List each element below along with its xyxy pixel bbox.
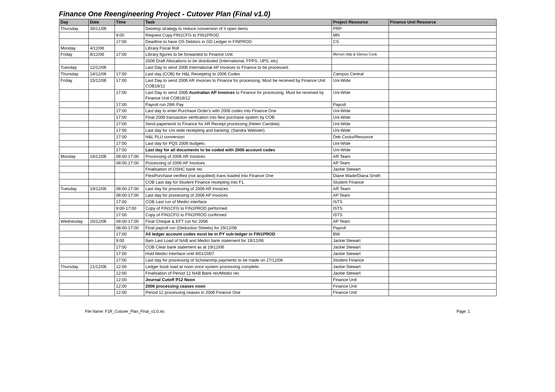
- cell-task: Copy of FIN1CFG to FIN1PROD performed: [144, 205, 331, 212]
- table-row: 17:00Last day to enter Purchase Order's …: [59, 108, 496, 114]
- table-row: 2006 Draft Allocations to be distributed…: [59, 58, 496, 65]
- cell-day: [59, 114, 88, 121]
- cell-res2: [389, 166, 496, 173]
- cell-task: Final 2006 transaction verification into…: [144, 114, 331, 121]
- cell-res1: Jackie Stewart: [331, 166, 389, 173]
- cell-res2: [389, 290, 496, 296]
- cell-res2: [389, 277, 496, 283]
- cell-task: Processing of 2006 AP Invoices: [144, 160, 331, 166]
- cell-task: Last day for processing of Scholarship p…: [144, 257, 331, 264]
- cell-res1: [331, 58, 389, 65]
- cell-day: [59, 108, 88, 114]
- table-row: Tuesday19/12/0608:00-17:00Last day for p…: [59, 186, 496, 192]
- cell-date: [88, 277, 115, 283]
- th-time: Time: [115, 19, 144, 26]
- cell-time: 17:00: [115, 71, 144, 78]
- cell-res1: ISTS: [331, 205, 389, 212]
- cell-res2: [389, 52, 496, 58]
- cell-task: H&L PLU conversion: [144, 134, 331, 141]
- cell-res1: Finance Unit: [331, 290, 389, 296]
- cell-res2: [389, 114, 496, 121]
- table-row: 17:00COB Last run of Medici interfaceIST…: [59, 199, 496, 205]
- table-row: 08:00-17:00Last day for processing of 20…: [59, 192, 496, 199]
- cell-date: 4/12/06: [88, 45, 115, 52]
- cell-day: [59, 277, 88, 283]
- cell-time: 08:00-17:00: [115, 160, 144, 166]
- cell-res1: CS: [331, 38, 389, 45]
- cell-date: [88, 140, 115, 147]
- cell-task: Library figures to be forwarded to Finan…: [144, 52, 331, 58]
- cell-time: [115, 65, 144, 71]
- cell-res1: Uni-Wide: [331, 114, 389, 121]
- cell-day: [59, 290, 88, 296]
- cell-date: [88, 128, 115, 134]
- cell-date: [88, 134, 115, 141]
- cell-date: [88, 89, 115, 101]
- cell-res1: Deb Cocks/Resource: [331, 134, 389, 141]
- cell-res1: Uni-Wide: [331, 140, 389, 147]
- cell-day: [59, 212, 88, 218]
- cell-day: [59, 160, 88, 166]
- cell-task: Last Day to send 2006 Australian AP invo…: [144, 89, 331, 101]
- cell-res2: [389, 25, 496, 32]
- cell-task: Finalisation of Period 12 NAB Bank rec/M…: [144, 270, 331, 277]
- cell-time: 17:00: [115, 231, 144, 238]
- cell-res1: Jackie Stewart: [331, 238, 389, 244]
- table-row: Monday18/12/0608:00-17:00Processing of 2…: [59, 153, 496, 160]
- cell-task: FlexiPurchase verified (not acquitted) t…: [144, 173, 331, 179]
- cell-res2: [389, 71, 496, 78]
- cell-task: Last day (COB) for H&L Receipting to 200…: [144, 71, 331, 78]
- cell-res2: [389, 58, 496, 65]
- cell-task: COB Last day for Student Finance receipt…: [144, 179, 331, 186]
- cell-day: [59, 257, 88, 264]
- cell-res1: PRP: [331, 25, 389, 32]
- cell-task: Final Cheque & EFT run for 2006: [144, 218, 331, 225]
- cell-task: COB Clear bank statement as at 19/12/06: [144, 244, 331, 251]
- cell-day: Friday: [59, 52, 88, 58]
- cell-time: 08:00-17:00: [115, 186, 144, 192]
- cell-res1: Jackie Stewart: [331, 270, 389, 277]
- cell-res2: [389, 257, 496, 264]
- cell-task: 9am Last Load of NAB and Medici bank sta…: [144, 238, 331, 244]
- table-row: 9:00-17:00Copy of FIN1CFG to FIN1PROD pe…: [59, 205, 496, 212]
- cell-res2: [389, 134, 496, 141]
- cell-day: [59, 244, 88, 251]
- th-res2: Finance Unit Resource: [389, 19, 496, 26]
- table-row: Thursday30/11/06Develop strategy to redu…: [59, 25, 496, 32]
- th-day: Day: [59, 19, 88, 26]
- cell-res1: MN: [331, 32, 389, 38]
- cell-task: All ledger account codes must be in PY s…: [144, 231, 331, 238]
- cell-task: Last day for PQS 2006 budgets.: [144, 140, 331, 147]
- cell-day: [59, 101, 88, 108]
- cell-res1: Uni-Wide: [331, 147, 389, 153]
- cell-date: [88, 231, 115, 238]
- cell-res2: [389, 101, 496, 108]
- table-row: COB Last day for Student Finance receipt…: [59, 179, 496, 186]
- th-res1: Project Resource: [331, 19, 389, 26]
- footer-page: Page: 1: [456, 309, 470, 314]
- cell-res2: [389, 192, 496, 199]
- cell-task: Develop strategy to reduce conversion of…: [144, 25, 331, 32]
- cell-res2: [389, 238, 496, 244]
- cell-time: 17:00: [115, 251, 144, 257]
- cell-time: 17:00: [115, 52, 144, 58]
- cell-day: [59, 89, 88, 101]
- cell-res1: ISTS: [331, 212, 389, 218]
- cell-res2: [389, 153, 496, 160]
- cell-date: 20/12/06: [88, 218, 115, 225]
- cell-date: 15/12/06: [88, 78, 115, 90]
- cell-time: 12:00: [115, 277, 144, 283]
- cell-res2: [389, 128, 496, 134]
- cell-res2: [389, 121, 496, 128]
- table-row: 08:00-17:00Processing of 2006 AP Invoice…: [59, 160, 496, 166]
- cell-res2: [389, 173, 496, 179]
- table-row: 12:002006 processing ceases noonFinance …: [59, 283, 496, 290]
- cell-task: Finalisation of OSHC bank rec: [144, 166, 331, 173]
- cell-task: Last day for Uni wide receipting and ban…: [144, 128, 331, 134]
- cell-time: 17:00: [115, 108, 144, 114]
- cell-day: [59, 225, 88, 231]
- cell-day: [59, 231, 88, 238]
- table-row: 9:00Request Copy FIN1CFG to FIN1PRODMN: [59, 32, 496, 38]
- cell-res2: [389, 251, 496, 257]
- cell-date: [88, 108, 115, 114]
